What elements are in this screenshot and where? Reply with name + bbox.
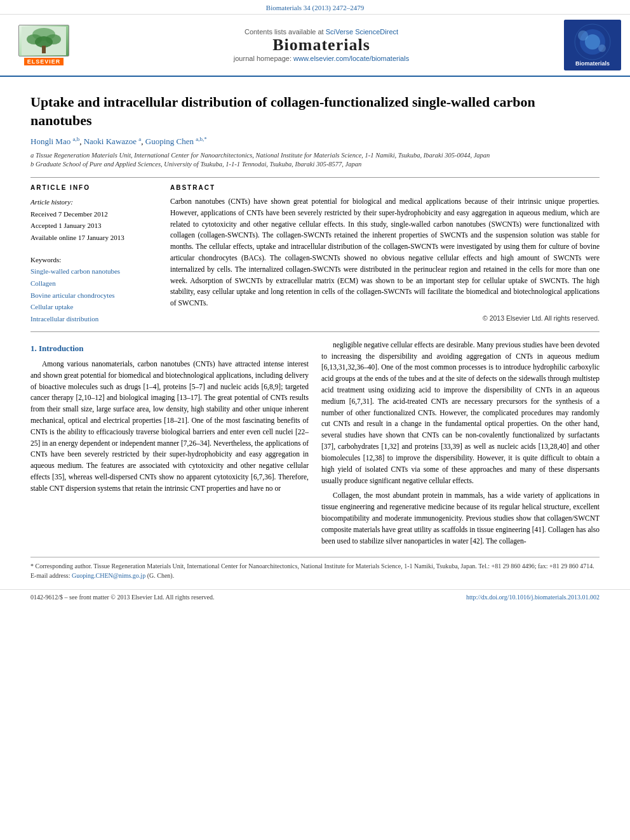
article-history: Article history: Received 7 December 201… [30,196,158,244]
author-naoki: Naoki Kawazoe [84,137,137,147]
issn-text: 0142-9612/$ – see front matter © 2013 El… [30,594,214,601]
body-col-left: 1. Introduction Among various nanomateri… [30,340,309,551]
footnotes: * Corresponding author. Tissue Regenerat… [30,557,600,580]
author-hongli-sup: a,b [72,136,79,142]
sciverse-link[interactable]: SciVerse ScienceDirect [326,28,398,36]
article-title: Uptake and intracellular distribution of… [30,93,600,130]
journal-title: Biomaterials [85,36,558,55]
section1-number: 1. [30,343,37,353]
author-guoping: Guoping Chen [145,137,194,147]
article-info-column: ARTICLE INFO Article history: Received 7… [30,184,158,325]
keyword-4: Cellular uptake [30,301,158,313]
svg-text:Biomaterials: Biomaterials [575,60,610,67]
intro-para2: negligible negative cellular effects are… [321,340,600,487]
section1-heading: Introduction [39,343,84,353]
keyword-2: Collagen [30,277,158,290]
abstract-column: ABSTRACT Carbon nanotubes (CNTs) have sh… [170,184,600,325]
email-link[interactable]: Guoping.CHEN@nims.go.jp [72,572,145,579]
top-bar: Biomaterials 34 (2013) 2472–2479 [0,0,630,15]
cover-art: Biomaterials [564,20,621,70]
author-guoping-sup: a,b,* [196,136,207,142]
accepted-date: Accepted 1 January 2013 [30,220,158,232]
sciverse-line: Contents lists available at SciVerse Sci… [85,28,558,36]
affiliation1: a Tissue Regeneration Materials Unit, In… [30,152,490,159]
homepage-prefix: journal homepage: [234,55,293,62]
journal-citation: Biomaterials 34 (2013) 2472–2479 [266,4,364,11]
homepage-link[interactable]: www.elsevier.com/locate/biomaterials [293,55,409,62]
keyword-3: Bovine articular chondrocytes [30,290,158,302]
article-info-heading: ARTICLE INFO [30,184,158,191]
elsevier-badge: ELSEVIER [24,58,64,65]
keywords-block: Keywords: Single-walled carbon nanotubes… [30,254,158,325]
email-label: E-mail address: [30,572,72,579]
body-col-right: negligible negative cellular effects are… [321,340,600,551]
svg-point-11 [598,44,606,52]
author-hongli: Hongli Mao [30,137,70,147]
keyword-1: Single-walled carbon nanotubes [30,265,158,277]
elsevier-tree-logo [18,25,69,57]
affiliations: a Tissue Regeneration Materials Unit, In… [30,151,600,170]
authors-line: Hongli Mao a,b, Naoki Kawazoe a, Guoping… [30,136,600,147]
body-section: 1. Introduction Among various nanomateri… [30,340,600,551]
page: Biomaterials 34 (2013) 2472–2479 ELSEVIE… [0,0,630,840]
abstract-heading: ABSTRACT [170,184,600,191]
main-content: Uptake and intracellular distribution of… [0,77,630,587]
svg-rect-5 [42,46,46,53]
info-abstract-section: ARTICLE INFO Article history: Received 7… [30,184,600,325]
author-naoki-sup: a [138,136,141,142]
divider-2 [30,331,600,332]
email-suffix: (G. Chen). [145,572,174,579]
journal-header: ELSEVIER Contents lists available at Sci… [0,15,630,77]
svg-point-10 [578,30,588,41]
keywords-label: Keywords: [30,254,158,266]
intro-para1: Among various nanomaterials, carbon nano… [30,359,309,495]
elsevier-tree-svg [22,27,66,55]
divider-1 [30,177,600,178]
journal-logo-area: ELSEVIER [9,25,79,65]
available-date: Available online 17 January 2013 [30,232,158,244]
doi-link[interactable]: http://dx.doi.org/10.1016/j.biomaterials… [466,594,600,601]
intro-para3: Collagen, the most abundant protein in m… [321,490,600,547]
journal-homepage: journal homepage: www.elsevier.com/locat… [85,55,558,62]
journal-cover-image: Biomaterials [564,20,621,70]
journal-header-center: Contents lists available at SciVerse Sci… [85,28,558,62]
email-note: E-mail address: Guoping.CHEN@nims.go.jp … [30,571,600,580]
abstract-text: Carbon nanotubes (CNTs) have shown great… [170,196,600,309]
sciverse-prefix: Contents lists available at [245,28,326,36]
history-label: Article history: [30,196,158,208]
copyright-line: © 2013 Elsevier Ltd. All rights reserved… [170,314,600,322]
keyword-5: Intracellular distribution [30,313,158,325]
section1-title: 1. Introduction [30,342,309,355]
bottom-bar: 0142-9612/$ – see front matter © 2013 El… [0,589,630,603]
elsevier-logo: ELSEVIER [18,25,69,65]
affiliation2: b Graduate School of Pure and Applied Sc… [30,161,361,168]
received-date: Received 7 December 2012 [30,208,158,220]
corresponding-note: * Corresponding author. Tissue Regenerat… [30,561,600,571]
